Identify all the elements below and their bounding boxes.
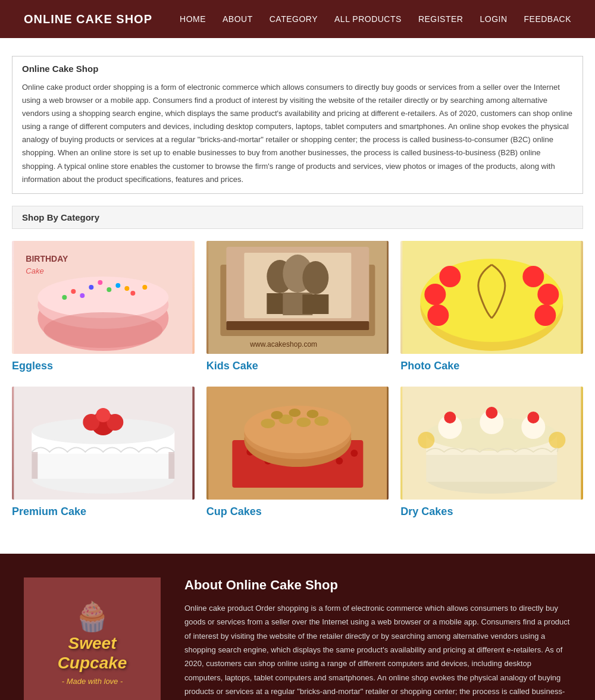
sweet-line2: Cupcake <box>58 654 127 672</box>
svg-rect-27 <box>226 321 369 330</box>
main-content: Online Cake Shop Online cake product ord… <box>0 38 595 554</box>
about-text-block: About Online Cake Shop Online cake produ… <box>184 577 571 700</box>
info-box-title: Online Cake Shop <box>22 64 573 74</box>
svg-point-79 <box>418 432 435 448</box>
about-title: About Online Cake Shop <box>184 577 571 593</box>
info-box: Online Cake Shop Online cake product ord… <box>12 56 583 194</box>
made-with-love-text: - Made with love - <box>62 677 123 686</box>
category-item-eggless[interactable]: BIRTHDAY Cake Eggless <box>12 241 195 372</box>
svg-point-23 <box>302 261 328 294</box>
svg-point-63 <box>296 418 311 427</box>
category-item-photo[interactable]: Photo Cake <box>400 241 583 372</box>
svg-point-13 <box>130 291 135 296</box>
svg-point-6 <box>71 289 76 294</box>
about-image-container: 🧁 Sweet Cupcake - Made with love - <box>24 577 161 700</box>
svg-text:Cake: Cake <box>26 266 43 275</box>
svg-point-57 <box>350 450 358 457</box>
svg-point-12 <box>115 283 120 288</box>
svg-rect-40 <box>32 452 174 479</box>
svg-point-67 <box>306 410 318 418</box>
category-image-kids: www.acakeshop.com <box>206 241 389 354</box>
svg-point-66 <box>289 409 300 417</box>
shop-section-header: Shop By Category <box>12 206 583 229</box>
svg-rect-47 <box>32 452 37 479</box>
category-item-dry[interactable]: Dry Cakes <box>400 387 583 518</box>
category-label-premium: Premium Cake <box>12 506 195 518</box>
svg-point-64 <box>314 416 328 426</box>
svg-point-8 <box>107 287 111 292</box>
svg-rect-26 <box>302 294 328 314</box>
svg-text:BIRTHDAY: BIRTHDAY <box>26 254 68 263</box>
svg-point-76 <box>444 412 456 423</box>
category-label-cup: Cup Cakes <box>206 506 389 518</box>
navbar-links: HOMEABOUTCATEGORYALL PRODUCTSREGISTERLOG… <box>180 14 571 24</box>
nav-link-login[interactable]: LOGIN <box>480 14 507 24</box>
svg-point-10 <box>80 293 84 298</box>
about-image-text: Sweet Cupcake <box>58 633 127 673</box>
about-image: 🧁 Sweet Cupcake - Made with love - <box>24 577 161 700</box>
svg-point-61 <box>261 419 275 428</box>
category-item-premium[interactable]: Premium Cake <box>12 387 195 518</box>
svg-point-32 <box>440 266 461 287</box>
category-label-dry: Dry Cakes <box>400 506 583 518</box>
svg-point-36 <box>428 305 449 326</box>
svg-point-56 <box>336 457 343 464</box>
category-label-eggless: Eggless <box>12 360 195 372</box>
category-image-eggless: BIRTHDAY Cake <box>12 241 195 354</box>
nav-link-home[interactable]: HOME <box>180 14 206 24</box>
svg-point-77 <box>486 407 498 419</box>
category-label-photo: Photo Cake <box>400 360 583 372</box>
cupcake-icon: 🧁 <box>74 600 110 633</box>
svg-point-35 <box>538 284 559 305</box>
svg-rect-70 <box>427 452 558 482</box>
svg-point-5 <box>37 277 168 318</box>
nav-link-about[interactable]: ABOUT <box>223 14 253 24</box>
sweet-line1: Sweet <box>68 634 117 652</box>
nav-link-register[interactable]: REGISTER <box>418 14 464 24</box>
navbar: ONLINE CAKE SHOP HOMEABOUTCATEGORYALL PR… <box>0 0 595 38</box>
category-image-cup <box>206 387 389 500</box>
navbar-brand[interactable]: ONLINE CAKE SHOP <box>24 12 152 26</box>
nav-link-all-products[interactable]: ALL PRODUCTS <box>334 14 402 24</box>
svg-text:www.acakeshop.com: www.acakeshop.com <box>249 340 317 349</box>
category-label-kids: Kids Cake <box>206 360 389 372</box>
svg-rect-48 <box>168 452 174 479</box>
svg-point-16 <box>43 312 162 348</box>
svg-point-11 <box>98 280 102 285</box>
svg-point-14 <box>62 295 67 300</box>
category-item-cup[interactable]: Cup Cakes <box>206 387 389 518</box>
svg-point-46 <box>96 408 110 422</box>
svg-point-65 <box>271 411 283 419</box>
category-image-dry <box>400 387 583 500</box>
about-description: Online cake product Order shopping is a … <box>184 601 571 700</box>
svg-point-34 <box>425 284 446 305</box>
svg-point-33 <box>523 266 544 287</box>
category-image-photo <box>400 241 583 354</box>
category-image-premium <box>12 387 195 500</box>
nav-link-feedback[interactable]: FEEDBACK <box>524 14 571 24</box>
svg-point-80 <box>549 432 566 448</box>
about-section: 🧁 Sweet Cupcake - Made with love - About… <box>0 554 595 700</box>
category-grid: BIRTHDAY Cake Eggless <box>12 241 583 518</box>
svg-point-78 <box>528 412 540 423</box>
svg-point-7 <box>89 285 93 290</box>
info-description: Online cake product order shopping is a … <box>22 81 573 186</box>
svg-point-37 <box>535 305 556 326</box>
nav-link-category[interactable]: CATEGORY <box>270 14 318 24</box>
category-item-kids[interactable]: www.acakeshop.com Kids Cake <box>206 241 389 372</box>
svg-point-9 <box>124 286 129 291</box>
svg-point-15 <box>142 285 147 290</box>
